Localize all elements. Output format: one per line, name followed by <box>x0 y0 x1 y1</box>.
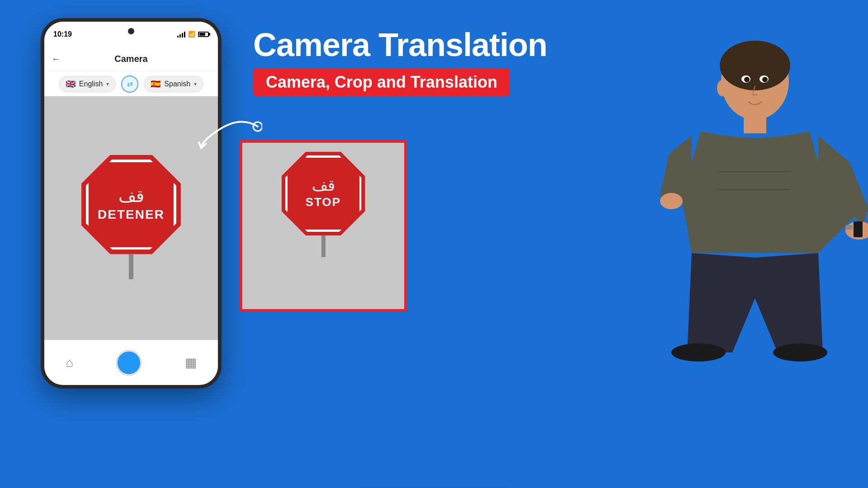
phone-bottom-nav: ⌂ ▦ <box>44 340 218 385</box>
phone-header-title: Camera <box>114 54 147 64</box>
target-chevron-icon: ▾ <box>194 81 197 87</box>
phone-camera-view: قف DETENER <box>44 96 218 340</box>
sign-post-phone <box>129 254 133 279</box>
svg-point-12 <box>762 77 768 82</box>
target-language-selector[interactable]: 🇪🇸 Spanish ▾ <box>144 76 203 92</box>
phone-status-bar: 10:19 📶 <box>44 22 218 47</box>
arrow-svg <box>194 113 262 154</box>
person-figure <box>597 36 868 488</box>
signal-bar-3 <box>182 33 183 38</box>
title-area: Camera Translation Camera, Crop and Tran… <box>253 27 547 96</box>
wifi-icon: 📶 <box>188 31 195 38</box>
phone-frame: 10:19 📶 ← Camera <box>41 18 222 389</box>
source-flag: 🇬🇧 <box>66 79 75 89</box>
swap-icon: ⇄ <box>127 80 133 88</box>
gallery-nav-icon[interactable]: ▦ <box>185 355 197 370</box>
crop-corner-br <box>393 298 407 312</box>
stop-sign-crop: قف STOP <box>278 152 368 260</box>
stop-sign-phone: قف DETENER <box>77 155 185 282</box>
svg-rect-14 <box>845 225 853 230</box>
swap-languages-button[interactable]: ⇄ <box>121 75 138 93</box>
svg-point-13 <box>717 80 728 96</box>
phone-header: ← Camera <box>44 47 218 71</box>
crop-view: قف STOP <box>240 140 407 312</box>
phone-mockup: 10:19 📶 ← Camera <box>41 18 222 389</box>
crop-arabic-text: قف <box>312 178 335 193</box>
target-flag: 🇪🇸 <box>151 79 160 89</box>
svg-rect-5 <box>854 221 863 237</box>
phone-front-camera <box>128 28 134 34</box>
main-title: Camera Translation <box>253 27 547 63</box>
svg-point-8 <box>773 343 827 361</box>
battery-tip <box>209 33 210 36</box>
subtitle-badge: Camera, Crop and Translation <box>253 68 510 96</box>
svg-point-11 <box>744 77 750 82</box>
target-lang-label: Spanish <box>164 80 190 88</box>
sign-post-crop <box>321 235 326 257</box>
crop-octagon-wrapper: قف STOP <box>282 152 365 235</box>
svg-point-7 <box>671 343 726 361</box>
signal-bar-4 <box>184 32 185 38</box>
source-language-selector[interactable]: 🇬🇧 English ▾ <box>59 76 116 92</box>
source-chevron-icon: ▾ <box>106 81 109 87</box>
arrow-annotation <box>194 113 258 149</box>
phone-time: 10:19 <box>53 30 72 38</box>
battery-icon <box>198 32 209 37</box>
signal-bar-1 <box>177 36 179 38</box>
svg-point-6 <box>660 193 683 209</box>
octagon-inner: قف DETENER <box>86 160 176 250</box>
signal-bars-icon <box>177 31 185 38</box>
phone-language-row: 🇬🇧 English ▾ ⇄ 🇪🇸 Spanish ▾ <box>44 71 218 96</box>
back-arrow-icon[interactable]: ← <box>52 54 61 64</box>
crop-octagon-inner: قف STOP <box>285 155 362 232</box>
home-nav-icon[interactable]: ⌂ <box>66 356 73 370</box>
svg-point-2 <box>720 41 790 90</box>
crop-stop-text: STOP <box>306 195 341 209</box>
svg-rect-3 <box>744 115 766 133</box>
octagon-wrapper: قف DETENER <box>81 155 181 254</box>
signal-bar-2 <box>179 34 181 38</box>
octagon-border <box>86 160 176 250</box>
capture-button[interactable] <box>116 350 142 376</box>
battery-fill <box>199 33 205 36</box>
source-lang-label: English <box>79 80 103 88</box>
crop-corner-bl <box>240 298 253 312</box>
phone-status-icons: 📶 <box>177 31 209 38</box>
crop-corner-tr <box>393 140 407 154</box>
